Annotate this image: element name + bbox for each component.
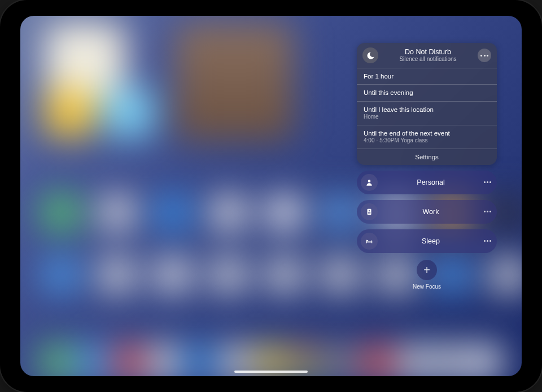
person-icon (361, 174, 378, 191)
dnd-option-evening[interactable]: Until this evening (357, 84, 497, 101)
svg-rect-3 (368, 212, 371, 213)
moon-icon (362, 47, 378, 63)
focus-label: Personal (383, 178, 478, 186)
focus-mode-sleep[interactable]: Sleep (357, 229, 497, 253)
more-icon[interactable] (484, 181, 491, 183)
more-icon (480, 55, 488, 56)
focus-mode-personal[interactable]: Personal (357, 171, 497, 194)
ipad-frame: Do Not Disturb Silence all notifications… (0, 0, 542, 392)
dnd-more-button[interactable] (478, 49, 491, 62)
plus-icon: + (423, 264, 430, 276)
bed-icon (361, 233, 378, 250)
svg-point-0 (368, 180, 371, 182)
more-icon[interactable] (484, 240, 491, 242)
dnd-option-event[interactable]: Until the end of the next event 4:00 - 5… (357, 125, 497, 149)
svg-point-2 (369, 210, 370, 211)
focus-mode-work[interactable]: Work (357, 200, 497, 224)
new-focus-button[interactable]: + (417, 260, 437, 280)
focus-label: Sleep (383, 237, 478, 245)
svg-rect-4 (368, 213, 371, 214)
dnd-settings-button[interactable]: Settings (357, 149, 497, 165)
focus-label: Work (383, 208, 478, 216)
dnd-card: Do Not Disturb Silence all notifications… (357, 43, 497, 165)
dnd-option-location[interactable]: Until I leave this location Home (357, 101, 497, 125)
dnd-header[interactable]: Do Not Disturb Silence all notifications (357, 43, 497, 68)
dnd-subtitle: Silence all notifications (384, 56, 472, 62)
focus-panel: Do Not Disturb Silence all notifications… (357, 43, 497, 290)
dnd-title: Do Not Disturb (384, 49, 472, 56)
dnd-option-1hour[interactable]: For 1 hour (357, 68, 497, 84)
more-icon[interactable] (484, 211, 491, 212)
badge-icon (361, 203, 378, 220)
home-indicator[interactable] (234, 371, 308, 373)
new-focus: + New Focus (357, 260, 497, 290)
screen: Do Not Disturb Silence all notifications… (20, 16, 522, 376)
new-focus-label: New Focus (413, 284, 441, 290)
